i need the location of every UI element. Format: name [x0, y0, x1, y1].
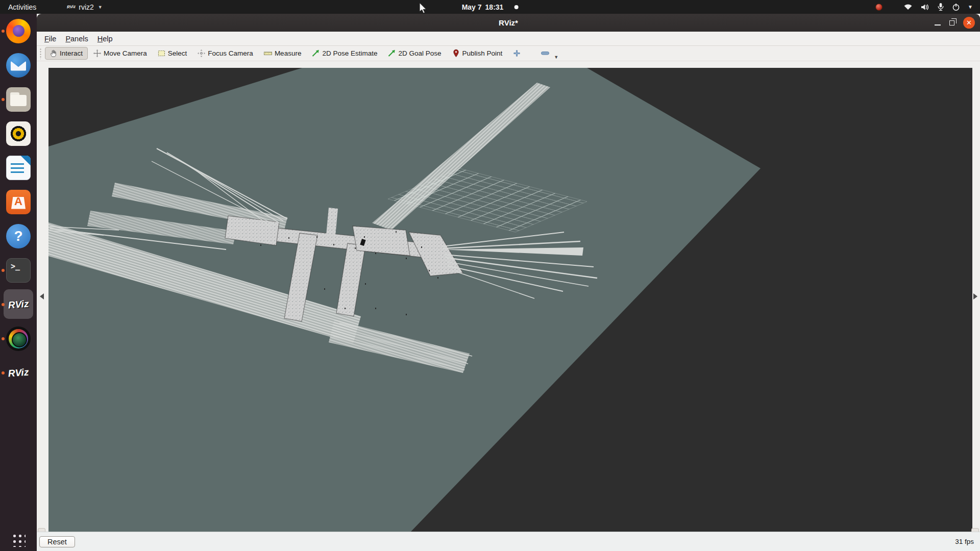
dock-item-thunderbird[interactable] — [0, 48, 37, 82]
ruler-icon — [263, 49, 273, 58]
app-menu-button[interactable]: RViz rviz2 ▼ — [63, 0, 106, 14]
dock-item-firefox[interactable] — [0, 14, 37, 48]
running-indicator — [2, 269, 5, 272]
tool-label: 2D Pose Estimate — [322, 49, 377, 57]
running-indicator — [2, 337, 5, 340]
volume-icon — [920, 3, 929, 11]
running-indicator — [2, 371, 5, 374]
tool-move-camera[interactable]: Move Camera — [89, 47, 152, 60]
ubuntu-software-icon — [6, 190, 31, 214]
tool-2d-pose-estimate[interactable]: 2D Pose Estimate — [307, 47, 382, 60]
help-icon — [6, 224, 31, 248]
ubuntu-dock: RViz RViz — [0, 14, 37, 551]
dock-item-libreoffice-writer[interactable] — [0, 151, 37, 185]
collapse-left-panel-arrow-icon[interactable] — [40, 293, 44, 299]
activities-button[interactable]: Activities — [0, 0, 44, 14]
tool-interact[interactable]: Interact — [45, 47, 88, 60]
record-indicator-icon — [875, 4, 883, 11]
system-tray-button[interactable]: ▼ — [868, 0, 980, 14]
hand-pointer-icon — [49, 49, 58, 58]
tool-label: Move Camera — [104, 49, 147, 57]
fps-counter: 31 fps — [955, 538, 974, 545]
plus-icon — [512, 49, 521, 58]
tool-measure[interactable]: Measure — [259, 47, 307, 60]
menu-file[interactable]: File — [40, 33, 61, 44]
terminal-icon — [6, 258, 31, 283]
tool-bar: Interact Move Camera Select — [37, 46, 980, 61]
rviz-app-icon: RViz — [67, 2, 76, 11]
dock-item-rhythmbox[interactable] — [0, 116, 37, 151]
clock-date: May 7 — [462, 3, 482, 11]
camera-lens-icon — [6, 327, 31, 351]
rviz-icon: RViz — [5, 360, 31, 386]
clock-time: 18:31 — [485, 3, 504, 11]
menu-panels[interactable]: Panels — [61, 33, 92, 44]
chevron-down-icon: ▼ — [968, 4, 973, 10]
running-indicator — [2, 303, 5, 306]
tool-label: Interact — [60, 49, 83, 57]
power-icon — [952, 3, 960, 11]
move-arrows-icon — [93, 49, 102, 58]
tool-label: Focus Camera — [208, 49, 253, 57]
tool-label: Publish Point — [462, 49, 503, 57]
app-menu-label: rviz2 — [79, 3, 94, 11]
dock-item-rviz[interactable]: RViz — [0, 287, 37, 321]
green-arrow-icon — [311, 49, 320, 58]
rviz-window: RViz* ✕ File Panels Help Interact — [37, 14, 980, 551]
mouse-cursor — [419, 2, 428, 15]
render-view[interactable] — [48, 68, 972, 532]
tool-select[interactable]: Select — [153, 47, 192, 60]
close-button[interactable]: ✕ — [963, 17, 975, 29]
microphone-icon — [937, 3, 944, 11]
running-indicator — [2, 30, 5, 33]
tool-label: Select — [168, 49, 187, 57]
thunderbird-icon — [6, 53, 31, 78]
dock-item-help[interactable] — [0, 219, 37, 253]
green-arrow-icon — [387, 49, 396, 58]
dock-item-ubuntu-software[interactable] — [0, 185, 37, 219]
gnome-top-bar: Activities RViz rviz2 ▼ May 7 18:31 ▼ — [0, 0, 980, 14]
selection-box-icon — [157, 49, 166, 58]
dock-item-terminal[interactable] — [0, 253, 37, 287]
firefox-icon — [6, 19, 31, 43]
map-pin-icon — [452, 49, 460, 58]
notification-dot-icon — [514, 5, 518, 9]
remove-tool-button[interactable] — [536, 47, 555, 60]
files-icon — [6, 87, 31, 112]
window-title: RViz* — [499, 18, 518, 27]
status-bar: Reset 31 fps — [37, 532, 980, 551]
minimize-button[interactable] — [935, 24, 941, 26]
toolbar-overflow-caret-icon[interactable]: ▼ — [554, 55, 558, 60]
dock-item-camera-app[interactable] — [0, 321, 37, 356]
toolbar-drag-handle[interactable] — [39, 48, 42, 59]
dock-item-rviz-window[interactable]: RViz — [0, 356, 37, 390]
show-applications-button[interactable] — [11, 533, 26, 547]
dock-item-files[interactable] — [0, 82, 37, 116]
window-titlebar[interactable]: RViz* ✕ — [37, 14, 980, 32]
running-indicator — [2, 98, 5, 101]
wifi-icon — [903, 3, 913, 11]
add-tool-button[interactable] — [508, 47, 526, 60]
restore-button[interactable] — [949, 20, 954, 26]
render-frame: Reset 31 fps — [37, 61, 980, 551]
tool-label: 2D Goal Pose — [398, 49, 441, 57]
tool-label: Measure — [275, 49, 302, 57]
rhythmbox-icon — [6, 121, 31, 146]
menu-bar: File Panels Help — [37, 32, 980, 46]
rviz-icon: RViz — [5, 291, 31, 317]
minus-icon — [541, 49, 550, 58]
focus-crosshair-icon — [197, 49, 206, 58]
libreoffice-writer-icon — [6, 156, 31, 180]
chevron-down-icon: ▼ — [98, 5, 103, 10]
reset-button[interactable]: Reset — [39, 536, 75, 547]
clock-button[interactable]: May 7 18:31 — [462, 0, 519, 14]
tool-focus-camera[interactable]: Focus Camera — [193, 47, 258, 60]
collapse-right-panel-arrow-icon[interactable] — [973, 293, 977, 299]
tool-2d-goal-pose[interactable]: 2D Goal Pose — [383, 47, 446, 60]
menu-help[interactable]: Help — [93, 33, 117, 44]
tool-publish-point[interactable]: Publish Point — [448, 47, 508, 60]
